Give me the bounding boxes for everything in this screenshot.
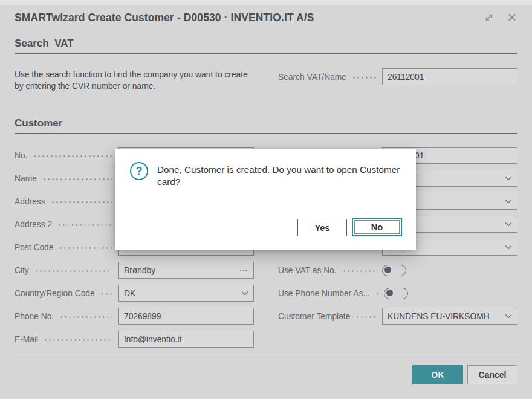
- window-controls: ✕: [482, 11, 519, 24]
- titlebar: SMARTwizard Create Customer - D00530 · I…: [15, 11, 519, 24]
- field-use-vat-as-no: Use VAT as No.: [278, 262, 517, 279]
- dialog-message: Done, Customer is created. Do you want t…: [157, 164, 405, 188]
- toggle-knob: [386, 290, 393, 296]
- dotted-leader: [352, 77, 376, 79]
- section-header-search-vat: Search VAT: [15, 37, 517, 54]
- field-customer-template: Customer Template KUNDENS EU-VIRKSOMH: [278, 308, 517, 325]
- dotted-leader: [34, 270, 112, 272]
- section-header-customer: Customer: [15, 117, 517, 134]
- ellipsis-icon[interactable]: ⋯: [239, 267, 248, 273]
- confirmation-dialog: ? Done, Customer is created. Do you want…: [115, 149, 416, 250]
- top-strip: [0, 0, 532, 5]
- city-input[interactable]: Brøndby ⋯: [118, 262, 254, 279]
- customer-template-dropdown[interactable]: KUNDENS EU-VIRKSOMH: [382, 308, 517, 325]
- cancel-button[interactable]: Cancel: [467, 365, 517, 384]
- email-input[interactable]: Info@inventio.it: [118, 331, 254, 348]
- dotted-leader: [59, 316, 112, 318]
- close-icon[interactable]: ✕: [505, 11, 519, 24]
- chevron-down-icon: [505, 222, 512, 227]
- phone-no-input[interactable]: 70269899: [118, 308, 254, 325]
- no-button[interactable]: No: [352, 218, 402, 236]
- dotted-leader: [355, 316, 376, 318]
- field-country-region-code: Country/Region Code DK: [15, 285, 254, 302]
- dotted-leader: [342, 270, 376, 272]
- search-description: Use the search function to find the comp…: [15, 69, 259, 92]
- field-search-vat-name: Search VAT/Name 26112001: [278, 68, 517, 85]
- field-phone-no: Phone No. 70269899: [15, 308, 254, 325]
- search-vat-name-input[interactable]: 26112001: [382, 68, 517, 85]
- dotted-leader: [44, 339, 112, 341]
- dotted-leader: [33, 155, 112, 157]
- chevron-down-icon: [505, 176, 512, 181]
- toggle-knob: [384, 267, 391, 273]
- dotted-leader: [42, 178, 112, 180]
- use-vat-as-no-toggle[interactable]: [382, 265, 406, 276]
- search-vat-name-label: Search VAT/Name: [278, 73, 346, 82]
- dotted-leader: [59, 247, 112, 249]
- dotted-leader: [375, 293, 378, 295]
- dotted-leader: [100, 293, 112, 295]
- field-city: City Brøndby ⋯: [15, 262, 254, 279]
- field-use-phone-number-as: Use Phone Number As...: [278, 285, 517, 302]
- footer-divider: [12, 354, 524, 354]
- dotted-leader: [57, 224, 112, 226]
- empty-cell: [278, 331, 517, 348]
- country-region-code-dropdown[interactable]: DK: [118, 285, 254, 302]
- expand-icon[interactable]: [482, 11, 496, 24]
- chevron-down-icon: [241, 291, 248, 296]
- use-phone-number-as-toggle[interactable]: [384, 288, 408, 299]
- page-title: SMARTwizard Create Customer - D00530 · I…: [15, 11, 482, 24]
- chevron-down-icon: [505, 199, 512, 204]
- dotted-leader: [51, 201, 112, 203]
- yes-button[interactable]: Yes: [297, 219, 347, 236]
- chevron-down-icon: [505, 314, 512, 319]
- ok-button[interactable]: OK: [412, 365, 463, 384]
- question-icon: ?: [130, 162, 148, 180]
- chevron-down-icon: [505, 245, 512, 250]
- field-email: E-Mail Info@inventio.it: [15, 331, 254, 348]
